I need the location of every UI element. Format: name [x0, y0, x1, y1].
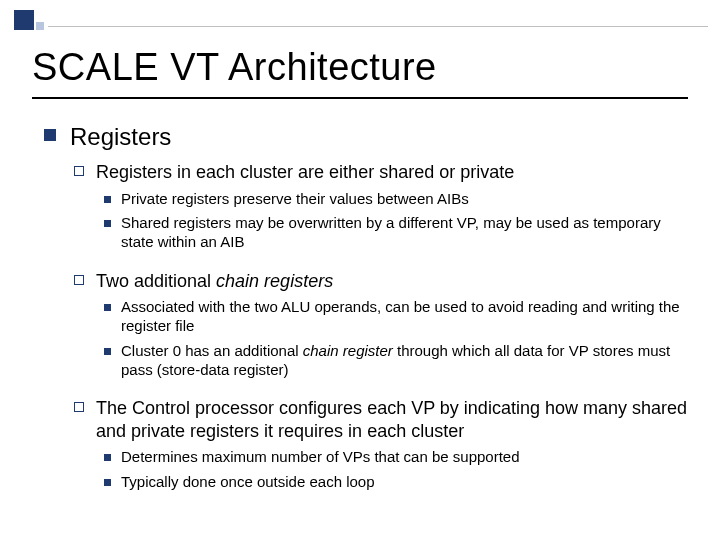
bullet-marker-small [104, 348, 111, 355]
bullet-marker-small [104, 454, 111, 461]
deco-square-large [14, 10, 34, 30]
slide-title: SCALE VT Architecture [0, 0, 720, 89]
bullet-text: Associated with the two ALU operands, ca… [121, 298, 688, 336]
bullet-level3: Determines maximum number of VPs that ca… [104, 448, 688, 467]
slide: SCALE VT Architecture Registers Register… [0, 0, 720, 540]
bullet-marker-small [104, 220, 111, 227]
bullet-text: Cluster 0 has an additional chain regist… [121, 342, 688, 380]
bullet-marker-hollow [74, 166, 84, 176]
bullet-text: Two additional chain registers [96, 270, 333, 293]
bullet-text: The Control processor configures each VP… [96, 397, 688, 442]
bullet-marker-hollow [74, 275, 84, 285]
bullet-level1: Registers [44, 123, 688, 151]
bullet-level3: Private registers preserve their values … [104, 190, 688, 209]
bullet-level2: Registers in each cluster are either sha… [74, 161, 688, 184]
corner-decoration [14, 10, 94, 34]
slide-content: Registers Registers in each cluster are … [0, 99, 720, 492]
bullet-text: Determines maximum number of VPs that ca… [121, 448, 520, 467]
bullet-level2: The Control processor configures each VP… [74, 397, 688, 442]
bullet-marker-hollow [74, 402, 84, 412]
bullet-level2: Two additional chain registers [74, 270, 688, 293]
bullet-level3: Cluster 0 has an additional chain regist… [104, 342, 688, 380]
bullet-marker-small [104, 304, 111, 311]
bullet-text: Shared registers may be overwritten by a… [121, 214, 688, 252]
bullet-level3: Typically done once outside each loop [104, 473, 688, 492]
italic-text: chain registers [216, 271, 333, 291]
bullet-marker-small [104, 479, 111, 486]
text-part: Two additional [96, 271, 216, 291]
bullet-text: Registers in each cluster are either sha… [96, 161, 514, 184]
bullet-marker-filled [44, 129, 56, 141]
bullet-level3: Shared registers may be overwritten by a… [104, 214, 688, 252]
bullet-text: Registers [70, 123, 171, 151]
deco-square-small [36, 22, 44, 30]
bullet-text: Typically done once outside each loop [121, 473, 375, 492]
deco-line [48, 26, 708, 27]
bullet-level3: Associated with the two ALU operands, ca… [104, 298, 688, 336]
bullet-marker-small [104, 196, 111, 203]
bullet-text: Private registers preserve their values … [121, 190, 469, 209]
italic-text: chain register [303, 342, 397, 359]
text-part: Cluster 0 has an additional [121, 342, 303, 359]
